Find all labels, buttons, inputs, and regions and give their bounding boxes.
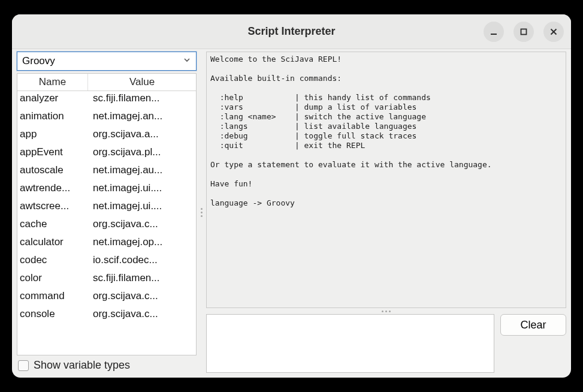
cell-value: sc.fiji.filamen... [90,91,196,109]
left-panel: Groovy Name Value analyzersc.fiji.filame… [17,52,197,373]
column-header-name[interactable]: Name [17,74,88,91]
svg-rect-1 [521,29,527,34]
cell-value: net.imagej.op... [90,235,196,253]
cell-name: calculator [17,235,90,253]
table-row[interactable]: awtrende...net.imagej.ui.... [17,181,196,199]
cell-name: console [17,307,90,325]
table-row[interactable]: awtscree...net.imagej.ui.... [17,199,196,217]
maximize-icon [519,28,528,36]
cell-value: net.imagej.ui.... [90,181,196,199]
language-combo[interactable]: Groovy [17,52,197,71]
repl-output: Welcome to the SciJava REPL! Available b… [206,52,566,308]
table-row[interactable]: commandorg.scijava.c... [17,289,196,307]
maximize-button[interactable] [513,22,534,42]
table-row[interactable]: consoleorg.scijava.c... [17,307,196,325]
cell-value: io.scif.codec... [90,253,196,271]
script-interpreter-window: Script Interpreter Groovy [12,14,571,378]
column-header-value[interactable]: Value [88,74,196,91]
cell-name: analyzer [17,91,90,109]
cell-value: sc.fiji.filamen... [90,271,196,289]
cell-value: net.imagej.an... [90,109,196,127]
show-types-checkbox[interactable] [18,360,29,371]
close-button[interactable] [543,22,564,42]
minimize-button[interactable] [484,22,504,42]
cell-value: org.scijava.pl... [90,145,196,163]
cell-name: autoscale [17,163,90,181]
minimize-icon [490,28,498,36]
vertical-splitter[interactable] [199,52,204,373]
table-row[interactable]: codecio.scif.codec... [17,253,196,271]
window-controls [484,22,564,42]
horizontal-splitter[interactable] [206,308,566,314]
cell-value: org.scijava.c... [90,307,196,325]
clear-button[interactable]: Clear [500,314,566,336]
show-types-row: Show variable types [17,355,197,373]
cell-value: net.imagej.au... [90,163,196,181]
table-row[interactable]: cacheorg.scijava.c... [17,217,196,235]
cell-name: codec [17,253,90,271]
chevron-down-icon [183,55,191,67]
table-row[interactable]: animationnet.imagej.an... [17,109,196,127]
right-panel: Welcome to the SciJava REPL! Available b… [206,52,566,373]
cell-name: awtrende... [17,181,90,199]
cell-name: app [17,127,90,145]
script-input[interactable] [206,314,494,373]
window-title: Script Interpreter [247,25,335,38]
table-header: Name Value [17,74,196,91]
cell-name: appEvent [17,145,90,163]
content-area: Groovy Name Value analyzersc.fiji.filame… [12,49,571,378]
table-row[interactable]: colorsc.fiji.filamen... [17,271,196,289]
table-body: analyzersc.fiji.filamen...animationnet.i… [17,91,196,355]
cell-value: org.scijava.a... [90,127,196,145]
input-row: Clear [206,314,566,373]
close-icon [549,28,558,36]
variables-table: Name Value analyzersc.fiji.filamen...ani… [17,73,197,355]
cell-name: color [17,271,90,289]
cell-value: net.imagej.ui.... [90,199,196,217]
show-types-label: Show variable types [34,359,130,372]
cell-name: animation [17,109,90,127]
table-row[interactable]: autoscalenet.imagej.au... [17,163,196,181]
cell-name: cache [17,217,90,235]
cell-name: awtscree... [17,199,90,217]
table-row[interactable]: analyzersc.fiji.filamen... [17,91,196,109]
cell-name: command [17,289,90,307]
table-row[interactable]: appEventorg.scijava.pl... [17,145,196,163]
cell-value: org.scijava.c... [90,289,196,307]
table-row[interactable]: apporg.scijava.a... [17,127,196,145]
cell-value: org.scijava.c... [90,217,196,235]
language-combo-value: Groovy [22,55,55,67]
table-row[interactable]: calculatornet.imagej.op... [17,235,196,253]
titlebar: Script Interpreter [12,14,571,49]
